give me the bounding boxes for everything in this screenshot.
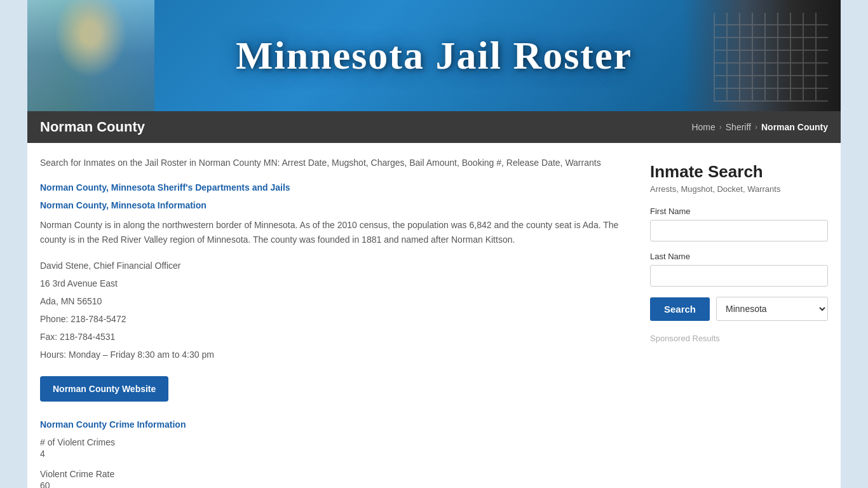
crime-heading: Norman County Crime Information [40,419,631,430]
inmate-search-subtitle: Arrests, Mugshot, Docket, Warrants [650,184,828,194]
breadcrumb: Home › Sheriff › Norman County [691,122,828,132]
intro-text: Search for Inmates on the Jail Roster in… [40,156,631,170]
last-name-label: Last Name [650,252,828,261]
main-content: Search for Inmates on the Jail Roster in… [27,143,841,488]
page-title-bar: Norman County Home › Sheriff › Norman Co… [27,111,841,143]
search-button[interactable]: Search [650,297,710,321]
breadcrumb-home[interactable]: Home [691,122,715,132]
search-row: Search MinnesotaAlabamaAlaskaArizonaArka… [650,297,828,321]
inmate-search-box: Inmate Search Arrests, Mugshot, Docket, … [650,156,828,349]
contact-fax: Fax: 218-784-4531 [40,328,631,346]
last-name-input[interactable] [650,265,828,287]
crime-stat-violent-crimes-label: # of Violent Crimes [40,437,631,447]
inmate-search-title: Inmate Search [650,162,828,182]
contact-name: David Stene, Chief Financial Officer [40,257,631,274]
crime-stat-violent-rate: Violent Crime Rate 60 [40,469,631,488]
first-name-input[interactable] [650,220,828,241]
contact-hours: Hours: Monday – Friday 8:30 am to 4:30 p… [40,346,631,363]
crime-stat-violent-crimes-value: 4 [40,449,631,459]
breadcrumb-sheriff[interactable]: Sheriff [726,122,751,132]
sponsored-results: Sponsored Results [650,334,828,343]
first-name-group: First Name [650,207,828,241]
crime-stat-violent-rate-value: 60 [40,480,631,488]
state-select[interactable]: MinnesotaAlabamaAlaskaArizonaArkansasCal… [716,297,828,321]
contact-block: David Stene, Chief Financial Officer 16 … [40,257,631,363]
info-paragraph: Norman County is in along the northweste… [40,218,631,247]
county-website-button[interactable]: Norman County Website [40,376,168,402]
site-title: Minnesota Jail Roster [236,33,632,78]
first-name-label: First Name [650,207,828,216]
breadcrumb-sep-2: › [755,123,757,132]
crime-stat-violent-crimes: # of Violent Crimes 4 [40,437,631,459]
left-content: Search for Inmates on the Jail Roster in… [40,156,650,488]
breadcrumb-current: Norman County [761,122,828,132]
contact-city-state: Ada, MN 56510 [40,292,631,310]
contact-phone: Phone: 218-784-5472 [40,310,631,328]
sheriff-heading: Norman County, Minnesota Sheriff's Depar… [40,182,631,193]
contact-address1: 16 3rd Avenue East [40,274,631,292]
crime-stat-violent-rate-label: Violent Crime Rate [40,469,631,479]
right-sidebar: Inmate Search Arrests, Mugshot, Docket, … [650,156,828,488]
breadcrumb-sep-1: › [719,123,722,132]
header-banner: Minnesota Jail Roster [27,0,841,111]
last-name-group: Last Name [650,252,828,287]
crime-section: Norman County Crime Information # of Vio… [40,419,631,488]
info-heading: Norman County, Minnesota Information [40,200,631,210]
page-title: Norman County [40,119,145,135]
building-image [27,0,154,111]
keys-image [682,0,841,111]
